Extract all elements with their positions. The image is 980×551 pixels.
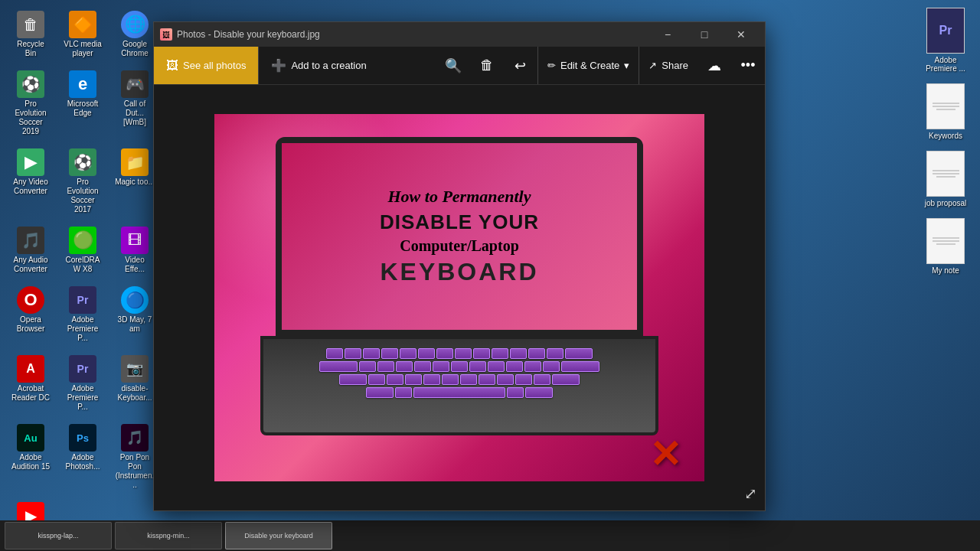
opera-icon[interactable]: O Opera Browser — [8, 283, 54, 346]
audition-icon[interactable]: Au Adobe Audition 15 — [8, 421, 54, 493]
keyboard-row-1 — [319, 348, 599, 359]
close-button[interactable]: ✕ — [724, 22, 759, 47]
recycle-bin-icon[interactable]: 🗑 Recycle Bin — [8, 8, 54, 61]
my-note-icon[interactable]: My note — [919, 218, 972, 275]
screen-title-line1: How to Permanently — [388, 187, 531, 207]
photo-container: How to Permanently DISABLE YOUR Computer… — [214, 114, 704, 481]
photos-app-icon: 🖼 — [160, 28, 172, 41]
key — [442, 374, 459, 385]
key — [547, 348, 564, 359]
expand-icon[interactable]: ⤢ — [744, 484, 757, 503]
key — [561, 361, 599, 372]
keyboard-image: How to Permanently DISABLE YOUR Computer… — [214, 114, 704, 481]
icon-row-4: 🎵 Any Audio Converter 🟢 CorelDRAW X8 🎞 V… — [8, 223, 158, 277]
magic-tool-icon[interactable]: 📁 Magic too... — [112, 145, 158, 217]
key — [387, 374, 403, 385]
key — [363, 348, 380, 359]
acrobat-icon[interactable]: A Acrobat Reader DC — [8, 352, 54, 415]
vlc-icon[interactable]: 🔶 VLC media player — [60, 8, 106, 61]
more-options-button[interactable]: ••• — [731, 47, 765, 84]
key — [506, 361, 523, 372]
key — [433, 361, 449, 372]
key — [436, 348, 453, 359]
screen-title-line3: Computer/Laptop — [400, 237, 519, 255]
see-all-photos-button[interactable]: 🖼 See all photos — [154, 47, 258, 84]
maximize-button[interactable]: □ — [687, 22, 722, 47]
key — [507, 387, 524, 398]
icon-row-5: O Opera Browser Pr Adobe Premiere P... 🔵… — [8, 283, 158, 346]
coreldraw-icon[interactable]: 🟢 CorelDRAW X8 — [60, 223, 106, 277]
key — [525, 387, 553, 398]
key — [418, 348, 435, 359]
premiere-icon[interactable]: Pr Adobe Premiere P... — [60, 283, 106, 346]
spacebar-key — [413, 387, 505, 398]
key — [396, 361, 413, 372]
pon-pon-icon[interactable]: 🎵 Pon Pon Pon (Instrumen... — [112, 421, 158, 493]
photoshop-icon[interactable]: Ps Adobe Photosh... — [60, 421, 106, 493]
adobe-premiere-right-icon[interactable]: Pr Adobe Premiere ... — [919, 8, 972, 73]
premiere2-icon[interactable]: Pr Adobe Premiere P... — [60, 352, 106, 415]
laptop-body — [260, 336, 658, 435]
key — [543, 361, 560, 372]
3d-may-icon[interactable]: 🔵 3D May, 7 am — [112, 283, 158, 346]
pes2017-icon[interactable]: ⚽ Pro Evolution Soccer 2017 — [60, 145, 106, 217]
edge-icon[interactable]: e Microsoft Edge — [60, 67, 106, 139]
key — [414, 361, 431, 372]
key — [524, 361, 541, 372]
disable-keyboard-icon[interactable]: 📷 disable- Keyboar... — [112, 352, 158, 415]
key — [368, 374, 385, 385]
keyboard-row-spacebar — [319, 387, 599, 398]
cod-icon[interactable]: 🎮 Call of Dut... [WmB] — [112, 67, 158, 139]
key — [345, 348, 361, 359]
rotate-button[interactable]: ↩ — [504, 47, 537, 84]
key — [510, 348, 527, 359]
window-controls: − □ ✕ — [650, 22, 759, 47]
taskbar-item-1[interactable]: kisspng-lap... — [5, 522, 112, 549]
laptop-screen: How to Permanently DISABLE YOUR Computer… — [276, 137, 643, 336]
icon-row-3: ▶ Any Video Converter ⚽ Pro Evolution So… — [8, 145, 158, 217]
minimize-button[interactable]: − — [650, 22, 685, 47]
key — [377, 361, 394, 372]
keyboard-rows — [319, 348, 599, 398]
edit-icon: ✏ — [547, 60, 556, 71]
desktop: 🗑 Recycle Bin 🔶 VLC media player 🌐 Googl… — [0, 0, 980, 551]
key — [492, 348, 508, 359]
any-video-icon[interactable]: ▶ Any Video Converter — [8, 145, 54, 217]
taskbar-item-2[interactable]: kisspng-min... — [115, 522, 222, 549]
key — [460, 374, 477, 385]
pes2019-icon[interactable]: ⚽ Pro Evolution Soccer 2019 — [8, 67, 54, 139]
onedrive-icon: ☁ — [707, 57, 721, 74]
chrome-icon[interactable]: 🌐 Google Chrome — [112, 8, 158, 61]
edit-create-button[interactable]: ✏ Edit & Create ▾ — [537, 47, 639, 84]
screen-title-line2: DISABLE YOUR — [380, 210, 539, 234]
key — [552, 374, 580, 385]
key — [515, 374, 532, 385]
delete-button[interactable]: 🗑 — [470, 47, 504, 84]
add-to-creation-button[interactable]: ➕ Add to a creation — [258, 47, 378, 84]
key — [423, 374, 440, 385]
zoom-button[interactable]: 🔍 — [436, 47, 470, 84]
edit-create-label: Edit & Create — [560, 60, 619, 71]
share-icon: ↗ — [648, 60, 657, 71]
key — [339, 374, 367, 385]
key — [469, 361, 486, 372]
onedrive-button[interactable]: ☁ — [697, 47, 731, 84]
desktop-icons-right: Pr Adobe Premiere ... Keywords job propo… — [919, 8, 972, 275]
title-bar-left: 🖼 Photos - Disable your keyboard.jpg — [160, 28, 320, 41]
keywords-icon[interactable]: Keywords — [919, 83, 972, 140]
toolbar: 🖼 See all photos ➕ Add to a creation 🔍 🗑… — [154, 47, 765, 85]
video-effects-icon[interactable]: 🎞 Video Effe... — [112, 223, 158, 277]
taskbar-item-3[interactable]: Disable your keyboard — [225, 522, 332, 549]
job-proposal-icon[interactable]: job proposal — [919, 151, 972, 207]
key — [366, 387, 394, 398]
key — [326, 348, 343, 359]
keyboard-row-2 — [319, 361, 599, 372]
photo-area: How to Permanently DISABLE YOUR Computer… — [154, 85, 765, 510]
see-all-label: See all photos — [183, 60, 246, 71]
key — [381, 348, 398, 359]
share-label: Share — [662, 60, 688, 71]
share-button[interactable]: ↗ Share — [639, 47, 697, 84]
rotate-icon: ↩ — [514, 57, 526, 74]
any-audio-icon[interactable]: 🎵 Any Audio Converter — [8, 223, 54, 277]
add-icon: ➕ — [271, 58, 286, 73]
